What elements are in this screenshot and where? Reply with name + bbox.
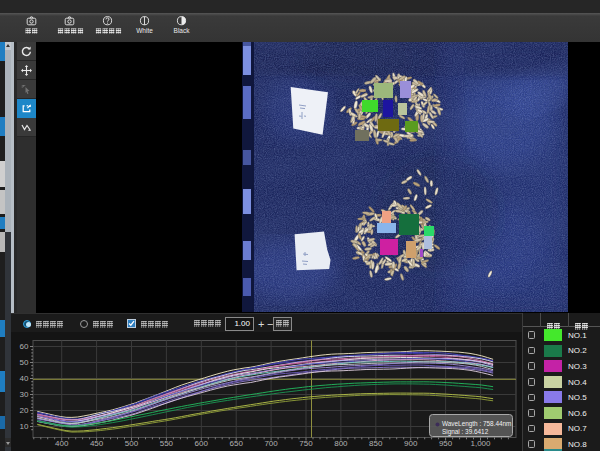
svg-text:950: 950 <box>439 439 453 448</box>
svg-text:900: 900 <box>404 439 418 448</box>
svg-text:50: 50 <box>20 358 29 367</box>
svg-text:800: 800 <box>334 439 348 448</box>
svg-text:Signal : 39.6412: Signal : 39.6412 <box>442 428 489 436</box>
svg-text:600: 600 <box>195 439 209 448</box>
svg-text:500: 500 <box>125 439 139 448</box>
svg-text:550: 550 <box>160 439 174 448</box>
svg-text:30: 30 <box>20 390 29 399</box>
svg-text:60: 60 <box>20 342 29 351</box>
svg-text:400: 400 <box>55 439 69 448</box>
svg-text:450: 450 <box>90 439 104 448</box>
svg-text:700: 700 <box>264 439 278 448</box>
svg-text:1,000: 1,000 <box>470 439 491 448</box>
svg-text:40: 40 <box>20 374 29 383</box>
svg-text:850: 850 <box>369 439 383 448</box>
svg-text:750: 750 <box>299 439 313 448</box>
svg-text:10: 10 <box>20 422 29 431</box>
svg-text:20: 20 <box>20 406 29 415</box>
svg-text:WaveLength : 758.44nm: WaveLength : 758.44nm <box>442 420 511 428</box>
svg-text:650: 650 <box>230 439 244 448</box>
